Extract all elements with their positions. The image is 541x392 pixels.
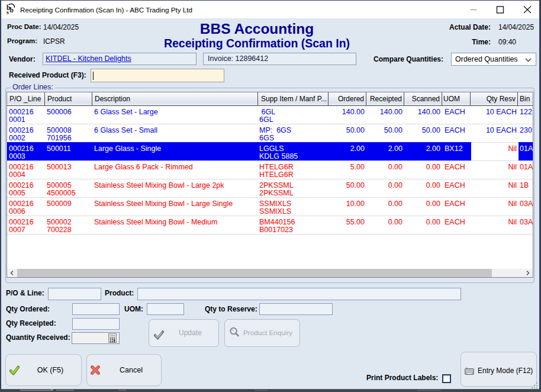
svg-text:b: b — [10, 7, 14, 14]
svg-text:s: s — [7, 9, 9, 15]
